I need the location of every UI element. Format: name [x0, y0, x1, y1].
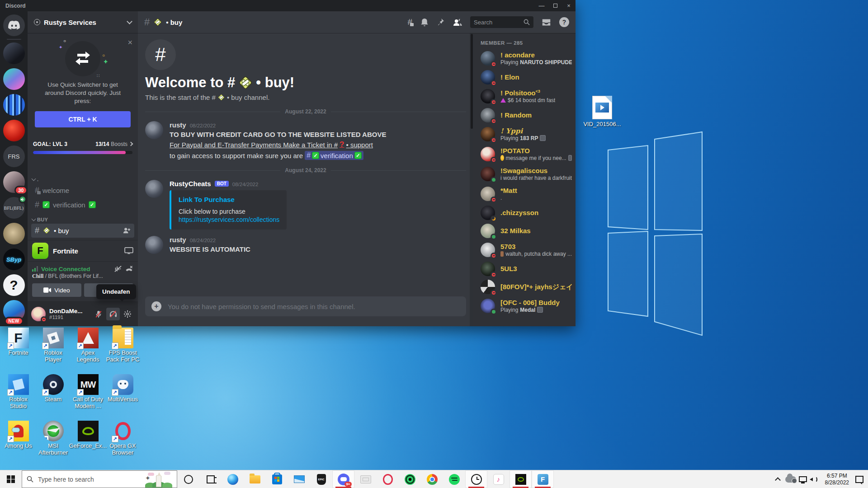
message-author[interactable]: RustyCheats [170, 180, 211, 188]
server-avatar-3[interactable] [3, 94, 25, 116]
desktop-icon-roblox-studio[interactable]: ↗ Roblox Studio [1, 372, 36, 418]
boost-goal[interactable]: GOAL: LVL 3 13/14 Boosts [28, 135, 138, 154]
message-author[interactable]: rusty [170, 121, 186, 129]
members-icon[interactable] [453, 19, 462, 26]
screenshare-icon[interactable] [124, 247, 133, 254]
taskbar-fortnite[interactable]: F [532, 470, 554, 488]
taskbar-clock-app[interactable] [465, 470, 487, 488]
member-row[interactable]: [80FOV]*+ jayhsジェイ [481, 278, 572, 296]
member-row[interactable]: ! acondare Playing NARUTO SHIPPUDEN... [481, 48, 572, 68]
desktop-icon-fortnite[interactable]: F↗ Fortnite [1, 325, 36, 372]
server-avatar-question[interactable]: ? [3, 274, 25, 296]
message-author[interactable]: rusty [170, 236, 186, 244]
desktop-icon-among-us[interactable]: ↗ Among Us [1, 418, 36, 465]
desktop-icon-video-file[interactable]: VID_201506... [582, 96, 622, 128]
voice-channel-name[interactable]: Chill / BFL (Brothers For Lif... [32, 273, 133, 280]
server-avatar-2[interactable] [3, 68, 25, 90]
message-scroll[interactable]: # Welcome to # • buy! This is the start … [138, 33, 473, 294]
discord-home-button[interactable] [3, 14, 25, 36]
desktop-icon-steam[interactable]: ↗ Steam [36, 372, 71, 418]
member-row[interactable]: ! Random [481, 106, 572, 124]
volume-icon[interactable] [810, 476, 819, 483]
desktop-icon-multiversus[interactable]: ↗ MultiVersus [105, 372, 140, 418]
taskbar-epic-games[interactable]: EPIC [310, 470, 332, 488]
avatar[interactable] [145, 121, 163, 139]
desktop-icon-opera-gx[interactable]: ↗ Opera GX Browser [105, 418, 140, 465]
desktop-icon-msi-afterburner[interactable]: ↗ MSI Afterburner [36, 418, 71, 465]
tray-expand-icon[interactable] [775, 477, 781, 483]
message[interactable]: rusty 08/22/2022 TO BUY WITH CREDIT CARD… [145, 121, 466, 160]
channel-mention[interactable]: # ✓ verification ✓ [305, 151, 363, 160]
avatar[interactable] [145, 236, 163, 254]
attach-plus-icon[interactable]: + [151, 301, 161, 311]
desktop-icon-cod-mw[interactable]: MW↗ Call of Duty Modern ... [71, 372, 105, 418]
user-identity[interactable]: DonDaMe... #1191 [49, 308, 83, 321]
channel-buy[interactable]: # • buy [31, 224, 134, 238]
taskbar-medal[interactable] [399, 470, 421, 488]
threads-button[interactable]: # [407, 17, 412, 27]
inbox-icon[interactable] [542, 19, 551, 26]
desktop-icon-fps-boost-folder[interactable]: ↗ FPS Boost Pack For PC [105, 325, 140, 372]
desktop-icon-roblox-player[interactable]: ↗ Roblox Player [36, 325, 71, 372]
member-row[interactable]: ! Yppi Playing 183 RP [481, 124, 572, 144]
tray-clock[interactable]: 6:57 PM 8/28/2022 [821, 473, 853, 486]
member-row[interactable]: 5UL3 [481, 260, 572, 278]
minimize-button[interactable]: — [535, 0, 548, 11]
onedrive-icon[interactable] [785, 476, 796, 483]
channel-verification[interactable]: # ✓ verification ✓ [31, 198, 134, 212]
help-icon[interactable]: ? [559, 17, 569, 27]
noise-suppression-icon[interactable] [114, 265, 122, 272]
taskbar-edge[interactable] [222, 470, 244, 488]
maximize-button[interactable] [548, 0, 562, 11]
taskbar-file-explorer[interactable] [244, 470, 266, 488]
server-avatar-11[interactable]: NEW [3, 300, 25, 322]
member-row[interactable]: 32 Milkas [481, 222, 572, 240]
message[interactable]: RustyCheats BOT 08/24/2022 Link To Purch… [145, 180, 466, 230]
action-center-icon[interactable] [855, 476, 863, 483]
close-icon[interactable]: × [127, 38, 132, 47]
deafen-button[interactable] [106, 308, 120, 320]
member-row[interactable]: *Matt . [481, 184, 572, 204]
taskbar-spotify[interactable] [443, 470, 465, 488]
category-dot[interactable]: . [28, 172, 138, 183]
taskbar-game-app[interactable]: 9+ [332, 470, 354, 488]
server-avatar-6[interactable]: 30 [3, 171, 25, 193]
pin-icon[interactable] [437, 18, 444, 26]
taskbar-opera[interactable] [377, 470, 399, 488]
task-view-button[interactable] [199, 470, 222, 488]
member-row[interactable]: [OFC - 006] Buddy Playing Medal [481, 296, 572, 316]
desktop-icon-apex-legends[interactable]: ↗ Apex Legends [71, 325, 105, 372]
member-row[interactable]: .chizzysson [481, 204, 572, 222]
message-input-disabled[interactable]: + You do not have permission to send mes… [145, 296, 466, 316]
taskbar-store[interactable] [266, 470, 288, 488]
server-avatar-1[interactable] [3, 42, 25, 64]
desktop-icon-geforce[interactable]: GeForce_Ex... [71, 418, 105, 465]
taskbar-geforce[interactable] [509, 470, 532, 488]
server-header[interactable]: Rustys Services [28, 11, 138, 33]
taskbar-itunes[interactable]: ♪ [487, 470, 509, 488]
server-avatar-bfl[interactable]: BFL(BFL) [3, 197, 25, 219]
embed-title[interactable]: Link To Purchase [179, 196, 279, 203]
channel-welcome[interactable]: # welcome [31, 183, 134, 197]
start-button[interactable] [0, 470, 22, 488]
notifications-bell-icon[interactable] [420, 18, 429, 27]
chat-scrollbar[interactable] [470, 33, 473, 326]
network-icon[interactable] [799, 476, 807, 482]
server-avatar-4[interactable] [3, 120, 25, 141]
disconnect-call-icon[interactable] [125, 265, 133, 272]
server-avatar-frs[interactable]: FRS [3, 145, 25, 167]
avatar[interactable] [145, 180, 163, 198]
member-row[interactable]: ! Polsitooo<3 $6 14 boost dm fast [481, 86, 572, 106]
member-row[interactable]: !POTATO message me if you nee... [481, 144, 572, 164]
mute-button[interactable] [92, 308, 105, 320]
server-avatar-sbyp[interactable]: SByp [3, 249, 25, 270]
discord-titlebar[interactable]: Discord — × [0, 0, 576, 11]
invite-user-icon[interactable] [123, 227, 131, 234]
search-input[interactable]: Search [470, 16, 533, 28]
embed-link[interactable]: https://rustyservices.com/collections [179, 216, 279, 223]
taskbar-mail[interactable] [288, 470, 310, 488]
taskbar-chrome[interactable] [421, 470, 443, 488]
user-avatar[interactable] [31, 307, 46, 321]
member-row[interactable]: !Swagaliscous i would rather have a dark… [481, 164, 572, 184]
message[interactable]: rusty 08/24/2022 WEBSITE IS AUTOMATIC [145, 236, 466, 254]
